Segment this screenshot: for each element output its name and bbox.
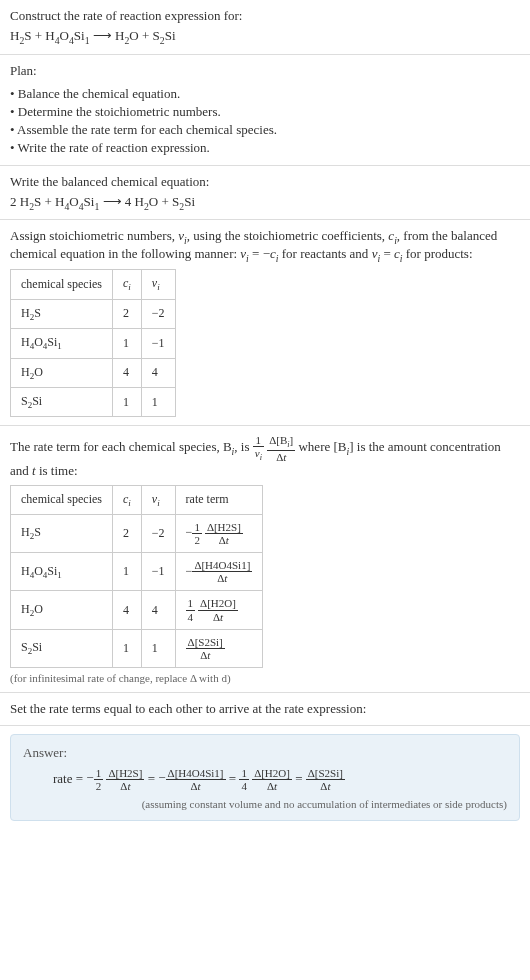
intro-text: The rate term for each chemical species,… [10,439,232,454]
plan-item-text: Balance the chemical equation. [18,86,180,101]
plan-section: Plan: • Balance the chemical equation. •… [0,55,530,166]
plan-list: • Balance the chemical equation. • Deter… [10,79,520,157]
cell-vi: 4 [141,591,175,629]
balanced-equation: 2 H2S + H4O4Si1 ⟶ 4 H2O + S2Si [10,190,520,212]
cell-species: H4O4Si1 [11,329,113,358]
cell-vi: −1 [141,553,175,591]
cell-ci: 2 [112,299,141,328]
plan-title: Plan: [10,63,520,79]
fraction: 1νi [253,434,264,462]
table-row: H4O4Si1 1 −1 −Δ[H4O4Si1]Δt [11,553,263,591]
stoich-table: chemical species ci νi H2S 2 −2 H4O4Si1 … [10,269,176,417]
col-species: chemical species [11,485,113,514]
cell-vi: 4 [141,358,175,387]
table-row: H2S 2 −2 −12 Δ[H2S]Δt [11,515,263,553]
answer-label: Answer: [23,745,507,767]
cell-vi: −1 [141,329,175,358]
cell-species: S2Si [11,629,113,667]
table-row: H2O 4 4 14 Δ[H2O]Δt [11,591,263,629]
table-row: H2S 2 −2 [11,299,176,328]
cell-vi: −2 [141,515,175,553]
balanced-title: Write the balanced chemical equation: [10,174,520,190]
cell-ci: 4 [112,591,141,629]
prompt-title: Construct the rate of reaction expressio… [10,8,520,24]
cell-ci: 1 [112,387,141,416]
cell-species: H2S [11,515,113,553]
rateterm-section: The rate term for each chemical species,… [0,426,530,692]
rateterm-intro: The rate term for each chemical species,… [10,434,520,478]
col-ci: ci [112,485,141,514]
rateterm-footnote: (for infinitesimal rate of change, repla… [10,668,520,684]
prompt-equation: H2S + H4O4Si1 ⟶ H2O + S2Si [10,24,520,46]
cell-rateterm: 14 Δ[H2O]Δt [175,591,263,629]
stoich-section: Assign stoichiometric numbers, νi, using… [0,220,530,426]
cell-rateterm: Δ[S2Si]Δt [175,629,263,667]
cell-ci: 1 [112,629,141,667]
table-row: S2Si 1 1 Δ[S2Si]Δt [11,629,263,667]
plan-item-text: Determine the stoichiometric numbers. [18,104,221,119]
cell-rateterm: −Δ[H4O4Si1]Δt [175,553,263,591]
final-section: Set the rate terms equal to each other t… [0,693,530,726]
col-vi: νi [141,270,175,299]
table-row: H2O 4 4 [11,358,176,387]
cell-rateterm: −12 Δ[H2S]Δt [175,515,263,553]
cell-vi: 1 [141,629,175,667]
answer-note: (assuming constant volume and no accumul… [23,798,507,810]
plan-item: • Assemble the rate term for each chemic… [10,121,520,139]
answer-box: Answer: rate = −12 Δ[H2S]Δt = −Δ[H4O4Si1… [10,734,520,821]
cell-ci: 1 [112,329,141,358]
col-rate: rate term [175,485,263,514]
fraction: Δ[Bi]Δt [267,434,295,462]
answer-rate-expression: rate = −12 Δ[H2S]Δt = −Δ[H4O4Si1]Δt = 14… [23,767,507,798]
table-header-row: chemical species ci νi [11,270,176,299]
cell-ci: 4 [112,358,141,387]
table-header-row: chemical species ci νi rate term [11,485,263,514]
cell-ci: 2 [112,515,141,553]
balanced-section: Write the balanced chemical equation: 2 … [0,166,530,221]
prompt-section: Construct the rate of reaction expressio… [0,0,530,55]
cell-vi: 1 [141,387,175,416]
cell-species: S2Si [11,387,113,416]
cell-species: H2O [11,358,113,387]
final-title: Set the rate terms equal to each other t… [10,701,520,717]
plan-item: • Determine the stoichiometric numbers. [10,103,520,121]
rate-prefix: rate = [53,770,86,785]
cell-species: H2O [11,591,113,629]
stoich-intro: Assign stoichiometric numbers, νi, using… [10,228,520,263]
table-row: S2Si 1 1 [11,387,176,416]
rateterm-table: chemical species ci νi rate term H2S 2 −… [10,485,263,668]
table-row: H4O4Si1 1 −1 [11,329,176,358]
cell-species: H4O4Si1 [11,553,113,591]
plan-item-text: Assemble the rate term for each chemical… [17,122,277,137]
cell-vi: −2 [141,299,175,328]
cell-species: H2S [11,299,113,328]
plan-item: • Balance the chemical equation. [10,85,520,103]
col-species: chemical species [11,270,113,299]
col-vi: νi [141,485,175,514]
col-ci: ci [112,270,141,299]
plan-item: • Write the rate of reaction expression. [10,139,520,157]
intro-text: , is [234,439,252,454]
plan-item-text: Write the rate of reaction expression. [18,140,210,155]
cell-ci: 1 [112,553,141,591]
